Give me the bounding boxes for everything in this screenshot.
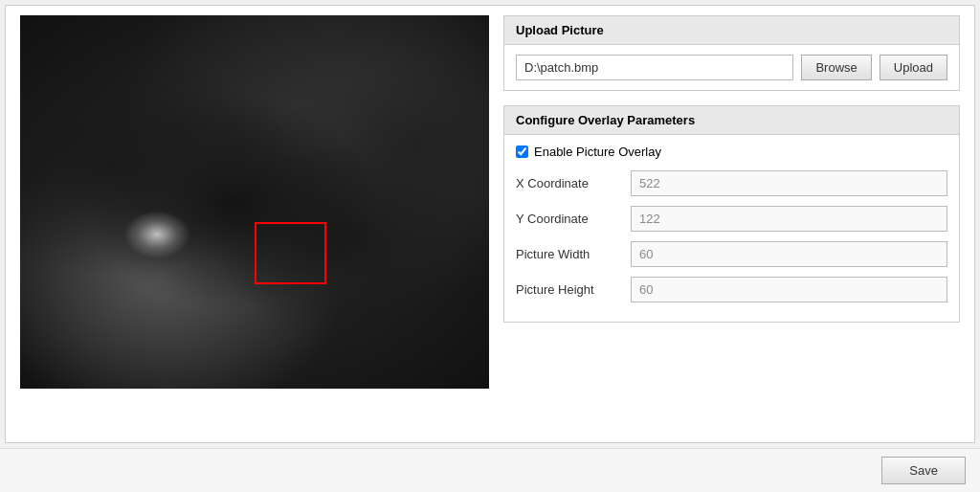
upload-title: Upload Picture [516, 23, 604, 37]
save-button[interactable]: Save [881, 457, 966, 484]
overlay-section-header: Configure Overlay Parameters [504, 106, 959, 135]
upload-button[interactable]: Upload [880, 55, 947, 80]
x-coordinate-input[interactable] [631, 170, 947, 196]
y-coordinate-input[interactable] [631, 206, 947, 232]
enable-picture-overlay-label: Enable Picture Overlay [534, 145, 661, 159]
x-coordinate-label: X Coordinate [516, 176, 631, 190]
overlay-title: Configure Overlay Parameters [516, 113, 695, 127]
file-path-input[interactable] [516, 55, 793, 80]
upload-section-header: Upload Picture [504, 16, 959, 45]
camera-image [20, 15, 489, 389]
overlay-section: Configure Overlay Parameters Enable Pict… [503, 105, 960, 323]
enable-picture-overlay-checkbox[interactable] [516, 145, 528, 158]
enable-row: Enable Picture Overlay [516, 145, 947, 159]
picture-width-label: Picture Width [516, 247, 631, 261]
overlay-red-box [255, 222, 326, 284]
camera-panel [20, 15, 489, 433]
picture-height-label: Picture Height [516, 282, 631, 297]
picture-width-input[interactable] [631, 241, 947, 267]
y-coordinate-row: Y Coordinate [516, 206, 947, 232]
browse-button[interactable]: Browse [801, 55, 871, 80]
x-coordinate-row: X Coordinate [516, 170, 947, 196]
picture-height-input[interactable] [631, 277, 947, 302]
upload-section: Upload Picture Browse Upload [503, 15, 960, 91]
picture-width-row: Picture Width [516, 241, 947, 267]
right-panel: Upload Picture Browse Upload Configure O… [503, 15, 960, 433]
y-coordinate-label: Y Coordinate [516, 212, 631, 226]
picture-height-row: Picture Height [516, 277, 947, 302]
footer: Save [0, 448, 980, 492]
